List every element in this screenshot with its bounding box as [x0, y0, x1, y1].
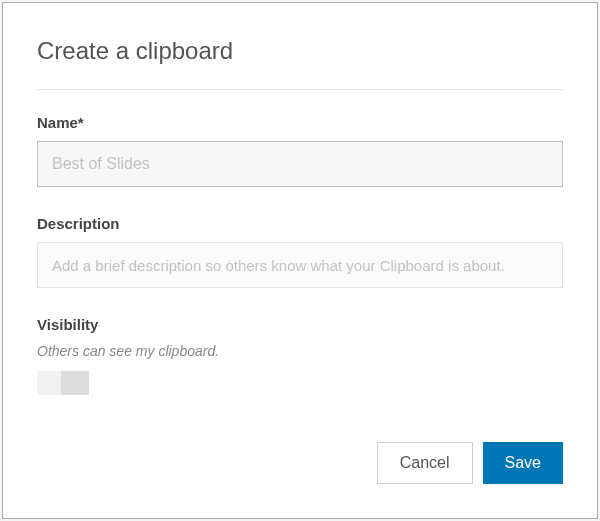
visibility-toggle[interactable]: [37, 371, 89, 395]
divider: [37, 89, 563, 90]
description-label: Description: [37, 215, 563, 232]
description-input[interactable]: [37, 242, 563, 288]
visibility-hint: Others can see my clipboard.: [37, 343, 563, 359]
save-button[interactable]: Save: [483, 442, 563, 484]
create-clipboard-modal: Create a clipboard Name* Description Vis…: [2, 2, 598, 519]
button-row: Cancel Save: [377, 442, 563, 484]
visibility-label: Visibility: [37, 316, 563, 333]
name-input[interactable]: [37, 141, 563, 187]
modal-title: Create a clipboard: [37, 37, 563, 65]
name-label: Name*: [37, 114, 563, 131]
cancel-button[interactable]: Cancel: [377, 442, 473, 484]
